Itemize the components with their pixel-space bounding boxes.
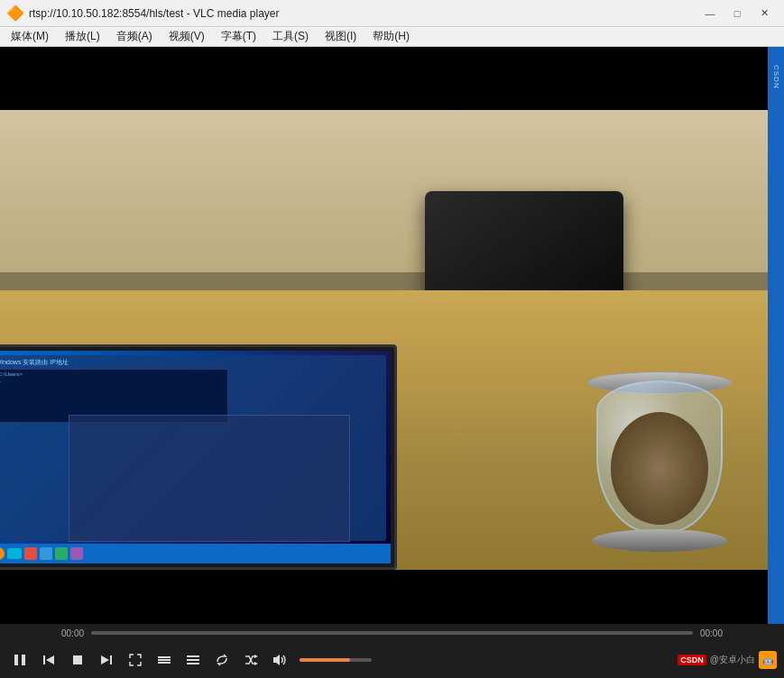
svg-rect-9	[158, 662, 171, 664]
controls-watermark-text: @安卓小白	[710, 654, 755, 666]
menu-bar: 媒体(M) 播放(L) 音频(A) 视频(V) 字幕(T) 工具(S) 视图(I…	[0, 27, 784, 47]
menu-media[interactable]: 媒体(M)	[4, 27, 56, 46]
menu-view[interactable]: 视图(I)	[318, 27, 364, 46]
jar-body	[596, 380, 723, 534]
previous-button[interactable]	[36, 647, 61, 673]
stop-icon	[70, 653, 85, 667]
black-bar-top	[0, 47, 768, 110]
shelf-top	[0, 110, 768, 290]
menu-video[interactable]: 视频(V)	[161, 27, 212, 46]
restore-button[interactable]: □	[724, 5, 750, 23]
svg-rect-4	[73, 655, 82, 664]
volume-slider[interactable]	[300, 658, 372, 662]
right-panel: CSDN	[768, 47, 784, 624]
title-controls: — □ ✕	[697, 5, 777, 23]
title-left: 🔶 rtsp://10.10.50.182:8554/hls/test - VL…	[7, 5, 280, 22]
vlc-icon: 🔶	[7, 5, 23, 22]
pause-icon	[13, 653, 27, 667]
monitor-screen: Windows 安装路由 IP地址 C:\Users> _	[0, 351, 391, 563]
video-canvas: Windows 安装路由 IP地址 C:\Users> _	[0, 47, 768, 624]
extended-icon	[157, 653, 171, 667]
next-icon	[99, 653, 114, 667]
previous-icon	[42, 653, 56, 667]
menu-subtitle[interactable]: 字幕(T)	[214, 27, 263, 46]
title-text: rtsp://10.10.50.182:8554/hls/test - VLC …	[29, 7, 280, 20]
minimize-button[interactable]: —	[697, 5, 723, 23]
svg-marker-13	[254, 655, 258, 658]
next-button[interactable]	[94, 647, 119, 673]
svg-rect-8	[158, 659, 171, 661]
svg-marker-14	[254, 662, 258, 665]
svg-rect-2	[43, 655, 45, 664]
menu-playback[interactable]: 播放(L)	[58, 27, 107, 46]
black-bar-bottom	[0, 570, 768, 624]
jar-base	[592, 529, 727, 552]
android-icon: 🤖	[759, 651, 777, 669]
shuffle-button[interactable]	[238, 647, 263, 673]
volume-button[interactable]	[267, 647, 292, 673]
close-button[interactable]: ✕	[752, 5, 777, 23]
volume-fill	[300, 658, 350, 662]
controls-csdn: CSDN	[678, 655, 706, 665]
svg-rect-11	[187, 659, 199, 661]
menu-audio[interactable]: 音频(A)	[109, 27, 160, 46]
glass-jar	[578, 353, 741, 552]
svg-rect-12	[187, 663, 199, 664]
seek-wrapper[interactable]	[91, 624, 693, 642]
video-scene: Windows 安装路由 IP地址 C:\Users> _	[0, 110, 768, 570]
main-content: Windows 安装路由 IP地址 C:\Users> _	[0, 47, 784, 624]
svg-marker-3	[46, 655, 54, 664]
svg-rect-10	[187, 655, 199, 657]
controls-watermark: CSDN @安卓小白 🤖	[678, 651, 777, 669]
stop-button[interactable]	[65, 647, 90, 673]
loop-icon	[215, 653, 229, 667]
menu-help[interactable]: 帮助(H)	[365, 27, 417, 46]
time-current: 00:00	[54, 628, 91, 638]
controls-bar: CSDN @安卓小白 🤖	[0, 642, 784, 678]
playlist-icon	[186, 653, 200, 667]
monitor: Windows 安装路由 IP地址 C:\Users> _	[0, 344, 397, 570]
svg-marker-6	[101, 655, 109, 664]
svg-rect-1	[22, 655, 25, 665]
svg-rect-7	[158, 656, 171, 658]
jar-content	[611, 412, 709, 525]
seek-bar-area: 00:00 00:00	[0, 624, 784, 642]
svg-marker-15	[273, 655, 280, 665]
fullscreen-button[interactable]	[123, 647, 148, 673]
title-bar: 🔶 rtsp://10.10.50.182:8554/hls/test - VL…	[0, 0, 784, 27]
extended-button[interactable]	[152, 647, 177, 673]
svg-rect-5	[110, 655, 112, 664]
menu-tools[interactable]: 工具(S)	[265, 27, 316, 46]
fullscreen-icon	[128, 653, 143, 667]
seek-bar-track[interactable]	[91, 631, 693, 635]
video-area[interactable]: Windows 安装路由 IP地址 C:\Users> _	[0, 47, 768, 624]
play-pause-button[interactable]	[7, 647, 32, 673]
playlist-button[interactable]	[180, 647, 206, 673]
shuffle-icon	[244, 653, 258, 667]
loop-button[interactable]	[209, 647, 235, 673]
volume-icon	[272, 653, 287, 667]
time-total: 00:00	[693, 628, 730, 638]
svg-rect-0	[14, 655, 18, 665]
